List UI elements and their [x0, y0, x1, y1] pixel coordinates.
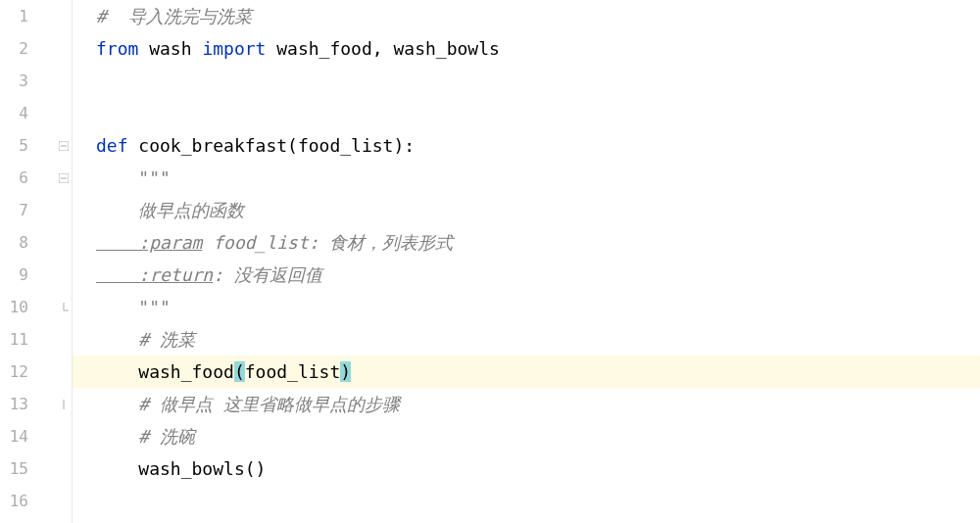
code-line[interactable]: # 导入洗完与洗菜: [73, 0, 980, 32]
keyword-from: from: [96, 38, 138, 59]
code-line[interactable]: # 洗菜: [73, 323, 980, 356]
line-number[interactable]: 15: [0, 452, 72, 485]
comment: # 导入洗完与洗菜: [96, 6, 252, 26]
line-number[interactable]: 4: [0, 97, 72, 129]
code-line[interactable]: :param food_list: 食材，列表形式: [73, 226, 980, 259]
line-num-text: 6: [19, 168, 28, 187]
code-line[interactable]: 做早点的函数: [73, 194, 980, 226]
line-num-text: 13: [10, 395, 28, 413]
line-number[interactable]: 2: [0, 32, 72, 65]
code-editor[interactable]: # 导入洗完与洗菜 from wash import wash_food, wa…: [73, 0, 980, 523]
line-number[interactable]: 1: [0, 0, 72, 32]
code-line-active[interactable]: wash_food(food_list): [73, 356, 980, 388]
line-num-text: 2: [19, 39, 28, 58]
code-line[interactable]: from wash import wash_food, wash_bowls: [73, 32, 980, 65]
line-num-text: 8: [19, 233, 28, 252]
function-signature: cook_breakfast(food_list):: [138, 135, 415, 156]
line-number[interactable]: 11: [0, 323, 72, 356]
line-number-gutter: 1 2 3 4 5 6 7 8 9 10 11 12 13 14 15 16: [0, 0, 73, 523]
code-line[interactable]: """: [73, 291, 980, 323]
fold-marker-icon[interactable]: [58, 140, 70, 152]
line-num-text: 12: [10, 362, 28, 381]
code-line[interactable]: wash_bowls(): [73, 452, 980, 485]
line-number[interactable]: 16: [0, 485, 72, 517]
paren-close: ): [340, 361, 351, 382]
comment: # 洗菜: [96, 329, 195, 350]
fold-marker-icon[interactable]: [58, 399, 70, 410]
line-num-text: 16: [10, 492, 28, 510]
docstring-quote: """: [96, 167, 171, 188]
line-number[interactable]: 3: [0, 65, 72, 97]
code-line[interactable]: [73, 65, 980, 97]
line-number[interactable]: 6: [0, 162, 72, 194]
docstring-quote: """: [96, 297, 171, 317]
line-number[interactable]: 13: [0, 388, 72, 420]
code-line[interactable]: [73, 485, 980, 517]
line-num-text: 11: [10, 330, 28, 349]
code-line[interactable]: def cook_breakfast(food_list):: [73, 129, 980, 162]
line-num-text: 3: [19, 71, 28, 90]
line-num-text: 14: [10, 427, 28, 446]
paren-open: (: [234, 361, 245, 382]
line-number[interactable]: 14: [0, 420, 72, 452]
docstring-text: : 没有返回值: [213, 264, 322, 285]
line-num-text: 1: [19, 7, 28, 25]
fold-marker-icon[interactable]: [58, 302, 70, 313]
code-line[interactable]: [73, 97, 980, 129]
line-number[interactable]: 7: [0, 194, 72, 226]
keyword-import: import: [202, 38, 266, 59]
line-number[interactable]: 10: [0, 291, 72, 323]
line-num-text: 15: [10, 459, 28, 478]
line-num-text: 7: [19, 201, 28, 219]
line-num-text: 9: [19, 265, 28, 284]
function-call: wash_bowls(): [96, 458, 266, 479]
line-number[interactable]: 8: [0, 226, 72, 259]
identifier: wash_food, wash_bowls: [266, 38, 499, 59]
line-number[interactable]: 9: [0, 259, 72, 291]
comment: # 做早点 这里省略做早点的步骤: [96, 394, 400, 414]
fold-marker-icon[interactable]: [58, 172, 70, 184]
function-call: wash_food: [96, 361, 234, 382]
code-line[interactable]: # 做早点 这里省略做早点的步骤: [73, 388, 980, 420]
code-line[interactable]: # 洗碗: [73, 420, 980, 452]
docstring-text: food_list: 食材，列表形式: [202, 232, 453, 253]
identifier: wash: [138, 38, 202, 59]
code-line[interactable]: :return: 没有返回值: [73, 259, 980, 291]
line-number[interactable]: 12: [0, 356, 72, 388]
docstring-param-tag: :param: [96, 232, 202, 253]
comment: # 洗碗: [96, 426, 195, 447]
line-num-text: 5: [19, 136, 28, 155]
argument: food_list: [245, 361, 341, 382]
line-num-text: 4: [19, 104, 28, 122]
keyword-def: def: [96, 135, 138, 156]
docstring-return-tag: :return: [96, 264, 213, 285]
code-line[interactable]: """: [73, 162, 980, 194]
line-number[interactable]: 5: [0, 129, 72, 162]
docstring-text: 做早点的函数: [96, 200, 244, 220]
line-num-text: 10: [10, 298, 28, 316]
